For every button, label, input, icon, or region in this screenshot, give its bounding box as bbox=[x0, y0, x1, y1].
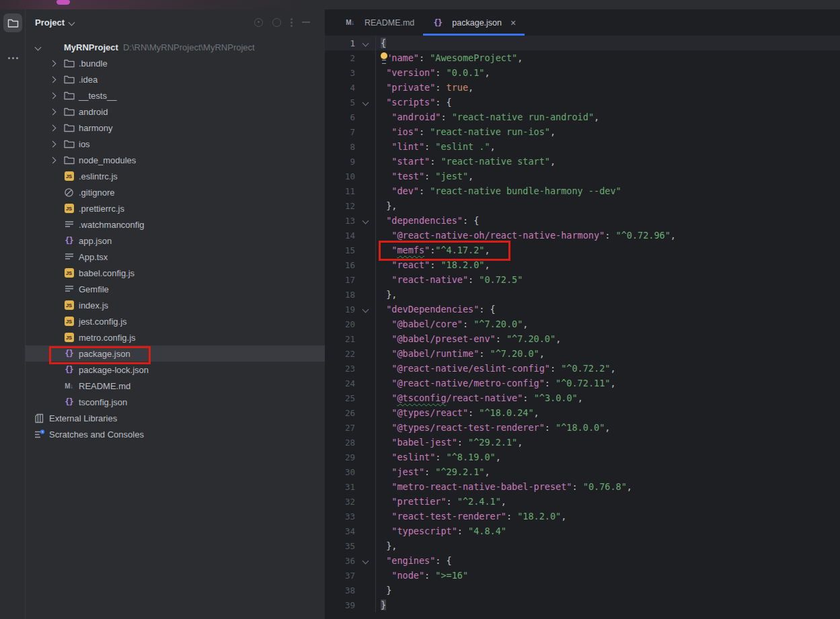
tab-package-json[interactable]: {}package.json× bbox=[423, 9, 525, 36]
folder-icon bbox=[63, 155, 75, 165]
tree-item-app-json[interactable]: {}app.json bbox=[26, 233, 325, 249]
tree-item--bundle[interactable]: .bundle bbox=[26, 55, 325, 71]
code-line-18[interactable]: 18 }, bbox=[325, 287, 840, 302]
chevron-right-icon[interactable] bbox=[48, 61, 63, 66]
code-line-1[interactable]: 1{ bbox=[325, 36, 840, 50]
line-number: 12 bbox=[325, 201, 355, 211]
fold-chevron-icon[interactable] bbox=[359, 95, 371, 110]
project-tool-window-button[interactable] bbox=[3, 13, 22, 32]
code-line-32[interactable]: 32 "prettier": "^2.4.1", bbox=[325, 494, 840, 509]
intention-lightbulb-icon[interactable] bbox=[379, 52, 389, 64]
fold-gutter bbox=[359, 257, 371, 272]
project-folder-icon bbox=[48, 42, 60, 52]
code-line-36[interactable]: 36 "engines": { bbox=[325, 553, 840, 568]
tree-item-android[interactable]: android bbox=[26, 104, 325, 120]
chevron-right-icon[interactable] bbox=[48, 93, 63, 98]
code-line-26[interactable]: 26 "@types/react": "^18.0.24", bbox=[325, 405, 840, 420]
code-line-39[interactable]: 39} bbox=[325, 597, 840, 612]
chevron-right-icon[interactable] bbox=[48, 126, 63, 130]
tree-item-node-modules[interactable]: node_modules bbox=[26, 152, 325, 168]
code-editor[interactable]: 1{2 "name": "AwesomeProject",3 "version"… bbox=[325, 36, 840, 612]
chevron-down-icon[interactable] bbox=[69, 19, 75, 26]
code-line-14[interactable]: 14 "@react-native-oh/react-native-harmon… bbox=[325, 228, 840, 243]
code-line-17[interactable]: 17 "react-native": "0.72.5" bbox=[325, 272, 840, 287]
chevron-down-icon[interactable] bbox=[34, 45, 48, 50]
line-number: 30 bbox=[325, 467, 355, 477]
code-line-10[interactable]: 10 "test": "jest", bbox=[325, 169, 840, 183]
code-line-2[interactable]: 2 "name": "AwesomeProject", bbox=[325, 50, 840, 65]
code-line-21[interactable]: 21 "@babel/preset-env": "^7.20.0", bbox=[325, 331, 840, 346]
code-line-7[interactable]: 7 "ios": "react-native run-ios", bbox=[325, 124, 840, 139]
code-line-29[interactable]: 29 "eslint": "^8.19.0", bbox=[325, 450, 840, 464]
tree-item-jest-config-js[interactable]: JSjest.config.js bbox=[26, 313, 325, 329]
chevron-right-icon[interactable] bbox=[48, 77, 63, 82]
tree-item--watchmanconfig[interactable]: .watchmanconfig bbox=[26, 216, 325, 233]
code-line-30[interactable]: 30 "jest": "^29.2.1", bbox=[325, 464, 840, 479]
chevron-right-icon[interactable] bbox=[48, 142, 63, 147]
code-line-11[interactable]: 11 "dev": "react-native bundle-harmony -… bbox=[325, 183, 840, 198]
code-line-25[interactable]: 25 "@tsconfig/react-native": "^3.0.0", bbox=[325, 390, 840, 405]
code-line-37[interactable]: 37 "node": ">=16" bbox=[325, 568, 840, 583]
tree-item-tsconfig-json[interactable]: {}tsconfig.json bbox=[26, 394, 325, 410]
tree-item-metro-config-js[interactable]: JSmetro.config.js bbox=[26, 329, 325, 345]
tree-item-harmony[interactable]: harmony bbox=[26, 120, 325, 136]
select-opened-file-icon[interactable] bbox=[254, 18, 263, 27]
tree-item--tests-[interactable]: __tests__ bbox=[26, 87, 325, 104]
collapse-all-icon[interactable] bbox=[272, 18, 281, 27]
code-line-12[interactable]: 12 }, bbox=[325, 198, 840, 213]
fold-chevron-icon[interactable] bbox=[359, 553, 371, 568]
code-line-24[interactable]: 24 "@react-native/metro-config": "^0.72.… bbox=[325, 376, 840, 390]
tree-item--idea[interactable]: .idea bbox=[26, 71, 325, 87]
tree-item-external-libraries[interactable]: External Libraries bbox=[26, 410, 325, 426]
code-line-3[interactable]: 3 "version": "0.0.1", bbox=[325, 65, 840, 80]
code-line-34[interactable]: 34 "typescript": "4.8.4" bbox=[325, 524, 840, 538]
code-line-9[interactable]: 9 "start": "react-native start", bbox=[325, 154, 840, 169]
fold-gutter bbox=[359, 464, 371, 479]
code-line-28[interactable]: 28 "babel-jest": "^29.2.1", bbox=[325, 435, 840, 450]
close-icon[interactable]: × bbox=[510, 18, 516, 28]
tree-item-ios[interactable]: ios bbox=[26, 136, 325, 152]
chevron-right-icon[interactable] bbox=[48, 110, 63, 114]
fold-chevron-icon[interactable] bbox=[359, 213, 371, 228]
tree-item-scratches-and-consoles[interactable]: Scratches and Consoles bbox=[26, 426, 325, 442]
code-line-33[interactable]: 33 "react-test-renderer": "18.2.0", bbox=[325, 509, 840, 524]
tree-item--eslintrc-js[interactable]: JS.eslintrc.js bbox=[26, 168, 325, 184]
code-line-35[interactable]: 35 }, bbox=[325, 538, 840, 553]
code-line-20[interactable]: 20 "@babel/core": "^7.20.0", bbox=[325, 317, 840, 331]
chevron-right-icon[interactable] bbox=[48, 158, 63, 163]
code-line-38[interactable]: 38 } bbox=[325, 583, 840, 597]
more-options-icon[interactable] bbox=[291, 18, 293, 27]
fold-chevron-icon[interactable] bbox=[359, 36, 371, 50]
tree-item-package-json[interactable]: {}package.json bbox=[26, 345, 325, 362]
tree-item-index-js[interactable]: JSindex.js bbox=[26, 297, 325, 313]
code-line-27[interactable]: 27 "@types/react-test-renderer": "^18.0.… bbox=[325, 420, 840, 435]
tab-readme-md[interactable]: M↓README.md bbox=[336, 9, 423, 36]
fold-chevron-icon[interactable] bbox=[359, 302, 371, 317]
code-line-31[interactable]: 31 "metro-react-native-babel-preset": "0… bbox=[325, 479, 840, 494]
tree-item-app-tsx[interactable]: App.tsx bbox=[26, 249, 325, 265]
project-path: D:\RN\MyRNProject\MyRNProject bbox=[123, 42, 255, 52]
code-line-8[interactable]: 8 "lint": "eslint .", bbox=[325, 139, 840, 154]
tree-item-package-lock-json[interactable]: {}package-lock.json bbox=[26, 362, 325, 378]
code-text: "dependencies": { bbox=[375, 213, 840, 228]
tree-item--prettierrc-js[interactable]: JS.prettierrc.js bbox=[26, 200, 325, 216]
line-number: 22 bbox=[325, 349, 355, 359]
more-tool-windows-button[interactable] bbox=[0, 51, 26, 65]
tree-item-gemfile[interactable]: Gemfile bbox=[26, 281, 325, 297]
tree-item-myrnproject[interactable]: MyRNProjectD:\RN\MyRNProject\MyRNProject bbox=[26, 39, 325, 55]
text-icon bbox=[63, 284, 75, 294]
code-line-22[interactable]: 22 "@babel/runtime": "^7.20.0", bbox=[325, 346, 840, 361]
code-line-13[interactable]: 13 "dependencies": { bbox=[325, 213, 840, 228]
tree-item-label: ios bbox=[79, 139, 90, 149]
code-line-19[interactable]: 19 "devDependencies": { bbox=[325, 302, 840, 317]
code-line-6[interactable]: 6 "android": "react-native run-android", bbox=[325, 110, 840, 124]
code-line-23[interactable]: 23 "@react-native/eslint-config": "^0.72… bbox=[325, 361, 840, 376]
code-line-16[interactable]: 16 "react": "18.2.0", bbox=[325, 257, 840, 272]
tree-item-readme-md[interactable]: M↓README.md bbox=[26, 378, 325, 394]
tree-item--gitignore[interactable]: .gitignore bbox=[26, 184, 325, 200]
tree-item-babel-config-js[interactable]: JSbabel.config.js bbox=[26, 265, 325, 281]
code-line-15[interactable]: 15 "memfs":"^4.17.2", bbox=[325, 243, 840, 257]
code-line-4[interactable]: 4 "private": true, bbox=[325, 80, 840, 95]
code-line-5[interactable]: 5 "scripts": { bbox=[325, 95, 840, 110]
hide-panel-icon[interactable] bbox=[302, 22, 310, 23]
